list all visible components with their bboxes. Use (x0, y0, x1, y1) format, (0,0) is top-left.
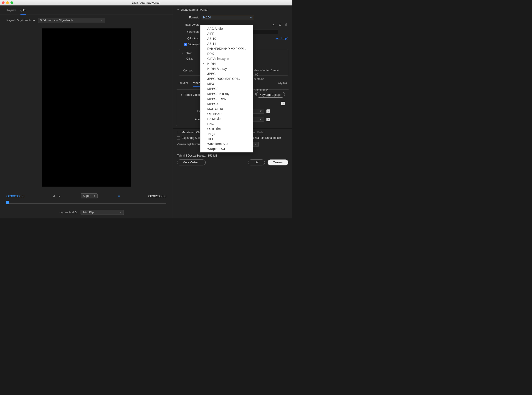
format-popup[interactable]: AAC AudioAIFFAS-10AS-11DNxHR/DNxHD MXF O… (200, 25, 253, 153)
delete-preset-icon[interactable] (284, 23, 288, 27)
playhead[interactable] (6, 201, 9, 204)
format-option[interactable]: AAC Audio (200, 26, 253, 31)
summary-output-label: Çıktı: (182, 57, 193, 60)
format-option[interactable]: QuickTime (200, 126, 253, 131)
format-option[interactable]: MP3 (200, 81, 253, 86)
filesize-label: Tahmini Dosya Boyutu: (177, 154, 206, 157)
format-option[interactable]: Targa (200, 131, 253, 136)
scaling-value: Sığdırmak için Ölçeklendir (40, 19, 73, 22)
chevron-down-icon: ▼ (182, 52, 184, 54)
format-option[interactable]: H.264 Blu-ray (200, 66, 253, 71)
fit-value: Sığdır (83, 194, 90, 198)
format-option[interactable]: PNG (200, 121, 253, 126)
in-point-icon[interactable]: ◢ (53, 194, 55, 198)
chevron-down-icon: ▼ (250, 16, 252, 19)
summary-output-values: deo - Center_1.mp4:000 Mb/sn Center.mp4:… (254, 68, 279, 96)
format-option[interactable]: H.264 (200, 61, 253, 66)
format-option[interactable]: MXF OP1a (200, 106, 253, 111)
video-preview[interactable] (42, 28, 131, 187)
tc-out: 00:02:03:00 (148, 194, 166, 198)
format-option[interactable]: OpenEXR (200, 111, 253, 116)
save-preset-icon[interactable] (271, 23, 275, 27)
format-option[interactable]: GIF Animasyon (200, 56, 253, 61)
chevron-down-icon: ▼ (101, 19, 103, 22)
tab-publish[interactable]: Yayınla (278, 80, 287, 87)
format-option[interactable]: JPEG 2000 MXF OP1a (200, 76, 253, 81)
format-option[interactable]: AS-10 (200, 36, 253, 41)
tab-source[interactable]: Kaynak (6, 8, 16, 15)
match-fps-check[interactable]: ✓ (266, 110, 270, 113)
metadata-button[interactable]: Meta Veriler... (177, 159, 206, 165)
chevron-down-icon: ▼ (259, 110, 262, 113)
format-option[interactable]: DNxHR/DNxHD MXF OP1a (200, 46, 253, 51)
match-dim-check[interactable]: ✓ (281, 102, 285, 105)
format-dropdown[interactable]: H.264 ▼ (202, 15, 254, 20)
format-option[interactable]: TIFF (200, 136, 253, 141)
fit-dropdown[interactable]: Sığdır ▼ (81, 193, 98, 198)
format-option[interactable]: DPX (200, 51, 253, 56)
format-label: Format: (177, 16, 202, 19)
titlebar: Dışa Aktarma Ayarları (0, 0, 292, 5)
export-settings-header[interactable]: ▼ Dışa Aktarma Ayarları (177, 8, 288, 11)
scaling-label: Kaynak Ölçeklendirme: (6, 19, 36, 22)
format-option[interactable]: MPEG2 Blu-ray (200, 91, 253, 96)
import-preset-icon[interactable] (278, 23, 282, 27)
source-range-value: Tüm Klip (82, 211, 94, 214)
output-name-label: Çıktı Adı: (177, 37, 202, 40)
format-option[interactable]: Waveform Ses (200, 141, 253, 146)
format-option[interactable]: MPEG2-DVD (200, 96, 253, 101)
export-video-checkbox[interactable]: ✓ Videoyu D (184, 43, 201, 46)
chevron-down-icon: ▼ (255, 143, 257, 145)
tab-effects[interactable]: Efektler (178, 80, 188, 87)
tc-in[interactable]: 00:00:00:00 (6, 194, 24, 198)
format-option[interactable]: AIFF (200, 31, 253, 36)
cancel-button[interactable]: İptal (248, 159, 265, 165)
chevron-down-icon: ▼ (259, 118, 262, 121)
filesize-value: 151 MB (208, 154, 218, 157)
preview-area (0, 26, 173, 190)
source-range-label: Kaynak Aralığı: (59, 211, 78, 214)
output-name-link[interactable]: ter_1.mp4 (275, 37, 288, 40)
tab-output[interactable]: Çıktı (21, 8, 26, 15)
chevron-down-icon: ▼ (93, 195, 96, 197)
basic-video-header[interactable]: ▼ Temel Video A (181, 93, 203, 96)
timeline[interactable] (6, 201, 166, 206)
source-range-dropdown[interactable]: Tüm Klip ▼ (81, 210, 124, 215)
summary-source-label: Kaynak: (182, 69, 193, 72)
format-option[interactable]: MPEG4 (200, 101, 253, 106)
format-option[interactable]: P2 Movie (200, 116, 253, 121)
preset-label: Hazır Ayar: (177, 23, 202, 26)
format-value: H.264 (203, 16, 211, 19)
window-title: Dışa Aktarma Ayarları (0, 1, 292, 4)
format-option[interactable]: Wraptor DCP (200, 146, 253, 151)
match-field-check[interactable]: ✓ (266, 118, 270, 121)
out-point-icon[interactable]: ◣ (59, 194, 61, 198)
tab-video[interactable]: Video (193, 80, 200, 87)
comments-label: Yorumlar: (177, 30, 202, 33)
chevron-down-icon: ▼ (120, 211, 122, 214)
format-option[interactable]: JPEG (200, 71, 253, 76)
format-option[interactable]: MPEG2 (200, 86, 253, 91)
format-option[interactable]: AS-11 (200, 41, 253, 46)
scaling-dropdown[interactable]: Sığdırmak için Ölçeklendir ▼ (38, 18, 105, 23)
ok-button[interactable]: Tamam (268, 159, 288, 165)
aspect-overlay-icon[interactable]: ▭ (118, 194, 120, 198)
chevron-down-icon: ▼ (177, 9, 179, 11)
chevron-down-icon: ▼ (181, 94, 182, 96)
